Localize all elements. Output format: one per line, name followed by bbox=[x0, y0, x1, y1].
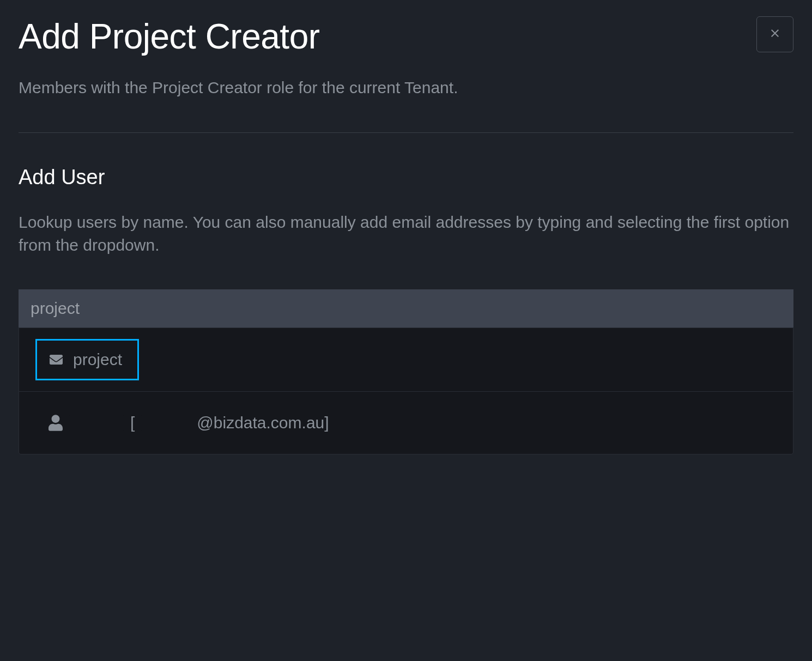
dropdown-option-email[interactable]: project bbox=[19, 328, 793, 392]
user-search-input[interactable] bbox=[19, 289, 793, 328]
dropdown-option-user[interactable]: [ @bizdata.com.au] bbox=[19, 392, 793, 454]
section-title: Add User bbox=[19, 166, 793, 189]
redacted-name bbox=[69, 415, 124, 431]
user-icon bbox=[49, 415, 63, 431]
section-description: Lookup users by name. You can also manua… bbox=[19, 211, 793, 257]
divider bbox=[19, 132, 793, 133]
dropdown-user-content: [ @bizdata.com.au] bbox=[49, 414, 329, 432]
close-icon bbox=[768, 25, 781, 44]
modal-title: Add Project Creator bbox=[19, 16, 793, 57]
envelope-icon bbox=[48, 353, 64, 366]
modal-subtitle: Members with the Project Creator role fo… bbox=[19, 78, 793, 97]
redacted-email-prefix bbox=[141, 415, 190, 431]
close-button[interactable] bbox=[756, 16, 793, 52]
user-dropdown: project [ @bizdata.com.au] bbox=[19, 328, 793, 454]
search-wrapper: project [ @bizdata.com.au] bbox=[19, 289, 793, 454]
dropdown-email-label: project bbox=[73, 350, 122, 369]
bracket-open: [ bbox=[130, 414, 135, 432]
add-project-creator-modal: Add Project Creator Members with the Pro… bbox=[0, 0, 812, 471]
dropdown-highlight-box: project bbox=[35, 339, 139, 380]
email-suffix: @bizdata.com.au] bbox=[197, 414, 329, 432]
